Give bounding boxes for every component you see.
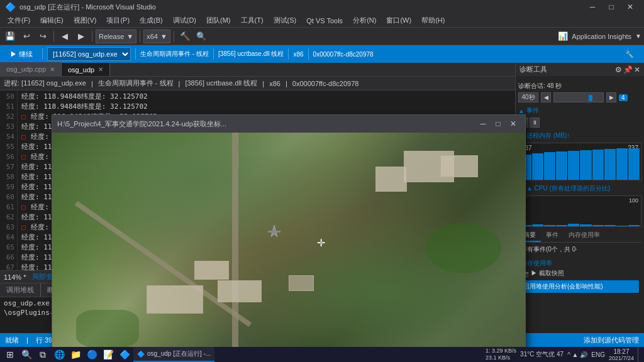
main-toolbar: 💾 ↩ ↪ ◀ ▶ Release ▼ x64 ▼ 🔨 🔍 📊 Applicat… bbox=[0, 28, 644, 45]
memory-bars bbox=[519, 148, 641, 180]
process-info: 进程: [11652] osg_udp.exe bbox=[4, 79, 86, 88]
map-minimize-btn[interactable]: ─ bbox=[476, 117, 490, 131]
edge-icon[interactable]: 🌐 bbox=[52, 347, 67, 362]
map-maximize-btn[interactable]: □ bbox=[491, 117, 505, 131]
event-pause-btn[interactable]: ⏸ bbox=[530, 118, 540, 128]
toolbar-search[interactable]: 🔍 bbox=[194, 29, 209, 44]
menu-window[interactable]: 窗口(W) bbox=[381, 14, 416, 28]
diag-pin-icon[interactable]: 📌 bbox=[623, 65, 633, 74]
events-title[interactable]: ▲ 事件 bbox=[518, 105, 641, 116]
diag-close-icon[interactable]: ✕ bbox=[634, 65, 640, 74]
close-button[interactable]: ✕ bbox=[621, 0, 639, 14]
diag-tab-events[interactable]: 事件 bbox=[541, 229, 564, 242]
diag-tab-memory[interactable]: 内存使用率 bbox=[564, 229, 605, 242]
taskbar-app-vs[interactable]: 🔷 osg_udp [正在运行] -... bbox=[133, 347, 214, 362]
diagnostics-header: 诊断工具 ⚙ 📌 ✕ bbox=[516, 63, 644, 76]
time-incr[interactable]: ▶ bbox=[606, 92, 616, 102]
building-2 bbox=[440, 155, 478, 177]
minimize-button[interactable]: ─ bbox=[584, 0, 601, 14]
line-numbers: 50 51 52 53 54 55 56 57 58 59 60 61 62 6… bbox=[0, 90, 18, 270]
building-4 bbox=[147, 285, 203, 314]
search-icon[interactable]: 🔍 bbox=[19, 347, 34, 362]
menu-qttools[interactable]: Qt VS Tools bbox=[301, 14, 348, 28]
menu-build[interactable]: 生成(B) bbox=[135, 14, 168, 28]
clock-date: 2021/7/24 bbox=[609, 355, 634, 361]
release-dropdown[interactable]: Release ▼ bbox=[96, 30, 136, 43]
toolbar-redo[interactable]: ↪ bbox=[35, 29, 50, 44]
time-slider[interactable] bbox=[553, 92, 604, 102]
toolbar-forward[interactable]: ▶ bbox=[74, 29, 89, 44]
map-close-btn[interactable]: ✕ bbox=[506, 117, 520, 131]
cpu-title[interactable]: ▲ ▲ CPU (所有处理器的百分比) bbox=[518, 183, 641, 194]
taskbar-right: 1: 3.29 KB/s23.1 KB/s 31°C 空气优 47 ^ ▲ 🔊 … bbox=[486, 347, 641, 362]
tab-cpp[interactable]: osg_udp.cpp ✕ bbox=[0, 62, 62, 76]
diag-bottom-tabs: 摘要 事件 内存使用率 bbox=[518, 229, 641, 243]
menu-analyze[interactable]: 分析(N) bbox=[348, 14, 381, 28]
debug-sep-1 bbox=[42, 48, 43, 60]
process-select[interactable]: [11652] osg_udp.exe bbox=[47, 47, 131, 61]
app-insights-arrow: ▼ bbox=[635, 33, 641, 40]
event-controls: ▶ ⏸ bbox=[518, 118, 641, 128]
clock-area[interactable]: 18:27 2021/7/24 bbox=[609, 348, 634, 361]
thread-label: 生命周期调用事件 - 线程 bbox=[140, 50, 209, 58]
app-insights-icon[interactable]: 📊 bbox=[555, 29, 570, 44]
show-desktop-btn[interactable] bbox=[638, 347, 641, 362]
tab-osg-close[interactable]: ✕ bbox=[98, 66, 103, 73]
vs-icon[interactable]: 🔷 bbox=[117, 347, 132, 362]
menu-debug[interactable]: 调试(D) bbox=[168, 14, 201, 28]
map-image[interactable]: ✛ bbox=[52, 133, 525, 359]
menu-test[interactable]: 测试(S) bbox=[269, 14, 302, 28]
time-input[interactable]: 40秒 bbox=[518, 92, 538, 102]
menu-file[interactable]: 文件(F) bbox=[3, 14, 35, 28]
task-view-icon[interactable]: ⧉ bbox=[35, 347, 50, 362]
toolbar-undo[interactable]: ↩ bbox=[19, 29, 34, 44]
vegetation-area bbox=[426, 223, 501, 273]
map-titlebar-buttons: ─ □ ✕ bbox=[476, 117, 520, 131]
menu-view[interactable]: 视图(V) bbox=[69, 14, 102, 28]
vegetation-area-2 bbox=[76, 310, 139, 348]
vscode-icon[interactable]: 📝 bbox=[101, 347, 116, 362]
memory-title[interactable]: ▲ 进程内存 (MB)↑ bbox=[518, 130, 641, 141]
memory-section: ▲ 进程内存 (MB)↑ 237 237 0 bbox=[518, 130, 641, 180]
menu-help[interactable]: 帮助(H) bbox=[416, 14, 450, 28]
analysis-btn[interactable]: 启用堆使用分析(会影响性能) bbox=[521, 280, 639, 293]
tab-osg[interactable]: osg_udp ✕ bbox=[62, 62, 110, 76]
chrome-icon[interactable]: 🔵 bbox=[84, 347, 99, 362]
bar-sep2: | bbox=[179, 80, 180, 87]
platform-dropdown[interactable]: x64 ▼ bbox=[143, 30, 170, 43]
platform-label: x64 bbox=[147, 33, 158, 40]
menu-tools[interactable]: 工具(T) bbox=[236, 14, 269, 28]
map-titlebar: H:\5_Project\4_军事交通学院\2021.4.24-udp获取坐标.… bbox=[52, 115, 525, 133]
debug-toolbar: ▶ 继续 [11652] osg_udp.exe 生命周期调用事件 - 线程 [… bbox=[0, 45, 644, 63]
taskbar: ⊞ 🔍 ⧉ 🌐 📁 🔵 📝 🔷 🔷 osg_udp [正在运行] -... 1:… bbox=[0, 347, 644, 362]
lang-indicator[interactable]: ENG bbox=[591, 351, 605, 358]
toolbar-build[interactable]: 🔨 bbox=[177, 29, 192, 44]
continue-button[interactable]: ▶ 继续 bbox=[5, 47, 38, 61]
road-vertical bbox=[232, 133, 238, 359]
snapshot-btn[interactable]: 📷 ▶ 截取快照 bbox=[521, 269, 639, 278]
toolbar-save[interactable]: 💾 bbox=[3, 29, 18, 44]
toolbar-back[interactable]: ◀ bbox=[57, 29, 72, 44]
menu-edit[interactable]: 编辑(E) bbox=[35, 14, 69, 28]
tab-cpp-close[interactable]: ✕ bbox=[50, 66, 55, 73]
menu-project[interactable]: 项目(P) bbox=[101, 14, 135, 28]
menu-team[interactable]: 团队(M) bbox=[201, 14, 236, 28]
tab-cpp-label: osg_udp.cpp bbox=[6, 65, 46, 73]
explorer-icon[interactable]: 📁 bbox=[68, 347, 83, 362]
building-5 bbox=[218, 280, 262, 302]
thread-info: 生命周期调用事件 - 线程 bbox=[98, 79, 174, 88]
map-cursor: ✛ bbox=[317, 237, 325, 249]
map-content: ✛ bbox=[52, 133, 525, 359]
diag-settings-icon[interactable]: ⚙ bbox=[615, 65, 622, 74]
start-button[interactable]: ⊞ bbox=[3, 347, 18, 362]
time-decr[interactable]: ◀ bbox=[541, 92, 551, 102]
debug-tools-btn[interactable]: 🔧 bbox=[620, 47, 639, 61]
statusbar-right: 添加到源代码管理 bbox=[584, 336, 639, 345]
diag-events-section: ▲ 事件 ▶ ⏸ bbox=[518, 105, 641, 128]
memory-analysis-label: 内存使用率 bbox=[521, 259, 639, 268]
maximize-button[interactable]: □ bbox=[602, 0, 620, 14]
debug-sep-5 bbox=[308, 48, 309, 60]
release-arrow: ▼ bbox=[126, 33, 133, 40]
add-source-btn[interactable]: 添加到源代码管理 bbox=[584, 336, 639, 345]
tab-callstack[interactable]: 调用堆栈 bbox=[0, 283, 41, 297]
